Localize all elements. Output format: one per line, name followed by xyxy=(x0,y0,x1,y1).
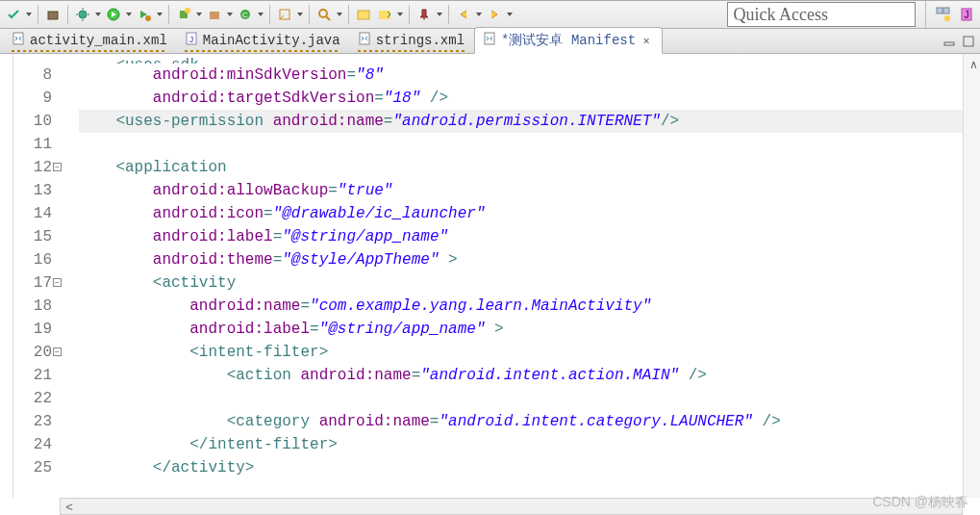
horizontal-scrollbar[interactable]: < xyxy=(60,498,963,515)
new-android-icon[interactable] xyxy=(174,5,193,24)
tab-label: *测试安卓 Manifest xyxy=(501,32,636,49)
line-number[interactable]: 19 xyxy=(13,318,52,341)
code-line[interactable] xyxy=(79,133,963,156)
line-number[interactable]: 23 xyxy=(13,410,52,433)
line-number-gutter[interactable]: −89101112−1314151617−181920−2122232425 xyxy=(13,54,60,498)
search-dropdown[interactable] xyxy=(336,5,343,24)
forward-icon[interactable] xyxy=(485,5,504,24)
quick-access-input[interactable]: Quick Access xyxy=(727,2,916,27)
back-icon[interactable] xyxy=(454,5,473,24)
code-line[interactable] xyxy=(79,387,963,410)
code-line[interactable]: android:label="@string/app_name" > xyxy=(79,318,963,341)
editor-tab[interactable]: *测试安卓 Manifest✕ xyxy=(474,27,663,54)
package-icon[interactable] xyxy=(43,5,63,24)
search-icon[interactable] xyxy=(314,5,334,24)
line-number[interactable]: 14 xyxy=(13,202,52,225)
editor-tab[interactable]: JMainActivity.java xyxy=(177,27,350,54)
separator xyxy=(348,5,349,24)
sync-dropdown[interactable] xyxy=(396,5,404,24)
new-class-icon[interactable]: C xyxy=(236,5,255,24)
java-perspective-icon[interactable]: J xyxy=(957,5,976,24)
line-number[interactable]: 16 xyxy=(13,248,52,271)
code-line[interactable]: <activity xyxy=(79,271,963,295)
run-last-icon[interactable] xyxy=(135,5,154,24)
line-number[interactable]: 25 xyxy=(13,456,52,479)
pin-icon[interactable] xyxy=(415,5,434,24)
code-line[interactable]: <intent-filter> xyxy=(79,341,963,364)
scroll-up-arrow[interactable]: ∧ xyxy=(969,58,978,71)
code-line[interactable]: android:name="com.example.yang.learn.Mai… xyxy=(79,295,963,318)
code-area[interactable]: <uses-sdk android:minSdkVersion="8" andr… xyxy=(60,54,963,498)
line-number[interactable]: 18 xyxy=(13,295,52,318)
line-number[interactable]: 24 xyxy=(13,433,52,456)
new-package-dropdown[interactable] xyxy=(226,5,234,24)
open-task-icon[interactable] xyxy=(354,5,373,24)
code-line[interactable]: <uses-permission android:name="android.p… xyxy=(79,110,963,133)
line-number[interactable]: 22 xyxy=(13,387,52,410)
line-number[interactable]: − xyxy=(13,54,52,64)
svg-point-3 xyxy=(145,15,151,21)
code-line[interactable]: <action android:name="android.intent.act… xyxy=(79,364,963,387)
open-type-icon[interactable] xyxy=(275,5,294,24)
code-line[interactable]: <uses-sdk xyxy=(79,54,963,64)
run-last-dropdown[interactable] xyxy=(156,5,163,24)
new-package-icon[interactable] xyxy=(205,5,224,24)
xml-file-icon xyxy=(358,32,371,49)
code-editor[interactable]: −89101112−1314151617−181920−2122232425 <… xyxy=(0,54,980,498)
editor-tabbar: activity_main.xmlJMainActivity.javastrin… xyxy=(0,29,980,54)
line-number[interactable]: 9 xyxy=(13,87,52,110)
line-number[interactable]: 11 xyxy=(13,133,52,156)
code-line[interactable]: </intent-filter> xyxy=(79,433,963,456)
svg-rect-14 xyxy=(943,8,949,13)
editor-tab[interactable]: activity_main.xml xyxy=(4,27,177,54)
line-number[interactable]: 20− xyxy=(13,341,52,364)
check-icon[interactable] xyxy=(4,5,23,24)
breakpoint-ruler[interactable] xyxy=(0,54,13,498)
scroll-track[interactable] xyxy=(78,499,962,514)
overview-ruler[interactable] xyxy=(963,54,980,498)
code-line[interactable]: <application xyxy=(79,156,963,179)
line-number[interactable]: 17− xyxy=(13,271,52,295)
tab-label: strings.xml xyxy=(376,33,465,48)
debug-dropdown[interactable] xyxy=(94,5,102,24)
editor-tab[interactable]: strings.xml xyxy=(350,27,474,54)
scroll-left-arrow[interactable]: < xyxy=(61,499,78,514)
fold-toggle-icon[interactable]: − xyxy=(53,163,62,171)
run-dropdown[interactable] xyxy=(125,5,133,24)
svg-rect-22 xyxy=(485,33,494,44)
code-line[interactable]: </activity> xyxy=(79,456,963,479)
close-tab-icon[interactable]: ✕ xyxy=(641,35,652,46)
back-dropdown[interactable] xyxy=(475,5,483,24)
perspective-switcher: J xyxy=(925,1,976,28)
maximize-icon[interactable] xyxy=(961,34,976,49)
fold-toggle-icon[interactable]: − xyxy=(53,348,62,356)
code-line[interactable]: android:label="@string/app_name" xyxy=(79,225,963,248)
run-icon[interactable] xyxy=(104,5,123,24)
svg-rect-11 xyxy=(358,11,369,19)
line-number[interactable]: 10 xyxy=(13,110,52,133)
sync-icon[interactable] xyxy=(375,5,394,24)
new-class-dropdown[interactable] xyxy=(257,5,264,24)
forward-dropdown[interactable] xyxy=(506,5,514,24)
line-number[interactable]: 13 xyxy=(13,179,52,202)
pin-dropdown[interactable] xyxy=(436,5,443,24)
code-line[interactable]: android:minSdkVersion="8" xyxy=(79,64,963,87)
line-number[interactable]: 8 xyxy=(13,64,52,87)
svg-rect-12 xyxy=(379,11,390,19)
code-line[interactable]: android:allowBackup="true" xyxy=(79,179,963,202)
code-line[interactable]: android:icon="@drawable/ic_launcher" xyxy=(79,202,963,225)
code-line[interactable]: android:theme="@style/AppTheme" > xyxy=(79,248,963,271)
debug-icon[interactable] xyxy=(73,5,92,24)
line-number[interactable]: 21 xyxy=(13,364,52,387)
line-number[interactable]: 15 xyxy=(13,225,52,248)
check-dropdown[interactable] xyxy=(25,5,33,24)
separator xyxy=(67,5,68,24)
fold-toggle-icon[interactable]: − xyxy=(53,278,62,287)
code-line[interactable]: <category android:name="android.intent.c… xyxy=(79,410,963,433)
open-type-dropdown[interactable] xyxy=(296,5,304,24)
open-perspective-icon[interactable] xyxy=(934,5,953,24)
line-number[interactable]: 12− xyxy=(13,156,52,179)
minimize-icon[interactable] xyxy=(942,34,957,49)
code-line[interactable]: android:targetSdkVersion="18" /> xyxy=(79,87,963,110)
new-android-dropdown[interactable] xyxy=(195,5,203,24)
